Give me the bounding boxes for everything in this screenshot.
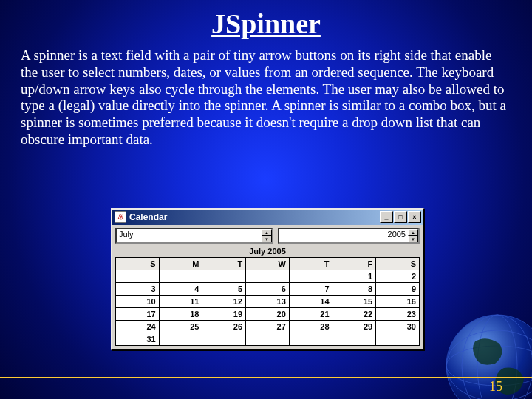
calendar-cell[interactable]: 1 (332, 270, 376, 283)
calendar-cell[interactable]: 18 (159, 308, 202, 321)
calendar-cell[interactable]: 10 (116, 296, 160, 308)
calendar-cell[interactable]: 9 (376, 283, 420, 296)
calendar-cell[interactable]: 22 (332, 308, 376, 321)
day-header: S (376, 258, 420, 270)
calendar-cell (159, 270, 202, 283)
calendar-cell[interactable]: 2 (376, 270, 420, 283)
day-header: S (116, 258, 160, 270)
calendar-cell (116, 270, 160, 283)
calendar-cell[interactable]: 15 (332, 296, 376, 308)
calendar-cell (202, 333, 246, 346)
calendar-cell[interactable]: 4 (159, 283, 202, 296)
calendar-cell[interactable]: 8 (332, 283, 376, 296)
calendar-cell[interactable]: 25 (159, 321, 202, 333)
calendar-cell (246, 333, 290, 346)
month-down-button[interactable]: ▼ (262, 236, 272, 242)
globe-decoration (442, 310, 532, 399)
calendar-cell (289, 333, 332, 346)
footer-divider (0, 377, 532, 378)
window-title: Calendar (129, 212, 380, 222)
calendar-cell (376, 333, 420, 346)
month-value[interactable]: July (117, 229, 262, 242)
day-header: T (289, 258, 332, 270)
window-titlebar[interactable]: ♨ Calendar _ □ × (112, 210, 423, 225)
calendar-cell[interactable]: 20 (246, 308, 290, 321)
slide-body: A spinner is a text field with a pair of… (0, 40, 532, 149)
calendar-caption: July 2005 (115, 247, 420, 256)
day-header: F (332, 258, 376, 270)
month-spinner[interactable]: July ▲ ▼ (115, 228, 273, 244)
day-header: M (159, 258, 202, 270)
calendar-cell[interactable]: 24 (116, 321, 160, 333)
month-up-button[interactable]: ▲ (262, 229, 272, 236)
year-down-button[interactable]: ▼ (408, 236, 418, 242)
calendar-cell[interactable]: 12 (202, 296, 246, 308)
year-spinner[interactable]: 2005 ▲ ▼ (278, 228, 420, 244)
calendar-cell[interactable]: 23 (376, 308, 420, 321)
year-value[interactable]: 2005 (279, 229, 408, 242)
day-header: T (202, 258, 246, 270)
calendar-cell[interactable]: 11 (159, 296, 202, 308)
page-number: 15 (489, 379, 502, 395)
calendar-cell[interactable]: 31 (116, 333, 160, 346)
calendar-cell[interactable]: 29 (332, 321, 376, 333)
slide: JSpinner A spinner is a text field with … (0, 0, 532, 399)
calendar-cell (332, 333, 376, 346)
calendar-cell[interactable]: 21 (289, 308, 332, 321)
calendar-cell[interactable]: 16 (376, 296, 420, 308)
calendar-cell (289, 270, 332, 283)
calendar-cell (246, 270, 290, 283)
calendar-cell[interactable]: 28 (289, 321, 332, 333)
maximize-button[interactable]: □ (394, 211, 407, 223)
calendar-cell[interactable]: 3 (116, 283, 160, 296)
close-button[interactable]: × (408, 211, 421, 223)
day-header: W (246, 258, 290, 270)
year-up-button[interactable]: ▲ (408, 229, 418, 236)
slide-title: JSpinner (0, 0, 532, 40)
java-icon: ♨ (115, 211, 126, 223)
calendar-cell[interactable]: 26 (202, 321, 246, 333)
calendar-cell (202, 270, 246, 283)
calendar-cell[interactable]: 27 (246, 321, 290, 333)
minimize-button[interactable]: _ (380, 211, 393, 223)
calendar-window: ♨ Calendar _ □ × July ▲ ▼ 2005 (111, 208, 424, 350)
calendar-cell[interactable]: 19 (202, 308, 246, 321)
calendar-table: SMTWTFS 12345678910111213141516171819202… (115, 257, 420, 346)
calendar-cell[interactable]: 7 (289, 283, 332, 296)
calendar-cell[interactable]: 6 (246, 283, 290, 296)
calendar-cell[interactable]: 17 (116, 308, 160, 321)
calendar-cell[interactable]: 13 (246, 296, 290, 308)
calendar-cell[interactable]: 5 (202, 283, 246, 296)
calendar-cell[interactable]: 30 (376, 321, 420, 333)
calendar-cell (159, 333, 202, 346)
calendar-cell[interactable]: 14 (289, 296, 332, 308)
